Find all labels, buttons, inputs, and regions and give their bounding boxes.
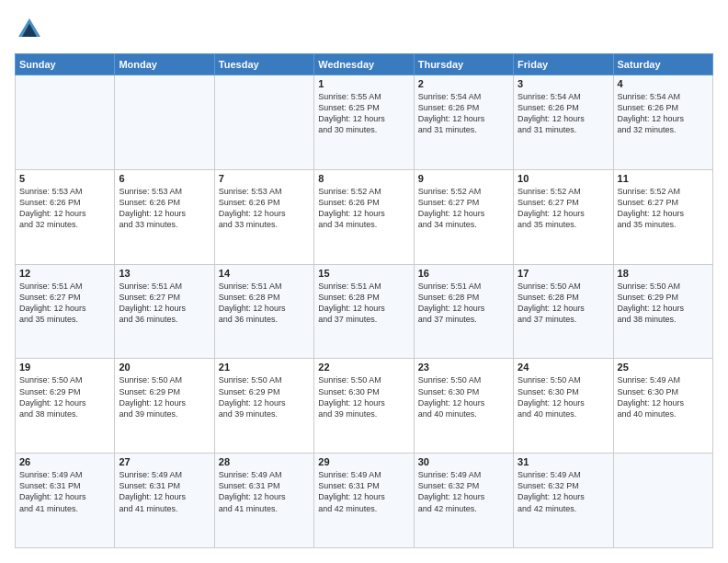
week-row-1: 5Sunrise: 5:53 AM Sunset: 6:26 PM Daylig… bbox=[16, 169, 713, 264]
calendar-cell: 25Sunrise: 5:49 AM Sunset: 6:30 PM Dayli… bbox=[613, 359, 712, 454]
calendar-cell bbox=[214, 75, 313, 170]
day-info: Sunrise: 5:50 AM Sunset: 6:29 PM Dayligh… bbox=[618, 281, 709, 326]
day-number: 25 bbox=[618, 362, 709, 373]
day-number: 28 bbox=[219, 456, 310, 467]
calendar-cell: 4Sunrise: 5:54 AM Sunset: 6:26 PM Daylig… bbox=[613, 75, 712, 170]
day-info: Sunrise: 5:53 AM Sunset: 6:26 PM Dayligh… bbox=[219, 186, 310, 231]
week-row-2: 12Sunrise: 5:51 AM Sunset: 6:27 PM Dayli… bbox=[16, 264, 713, 359]
day-info: Sunrise: 5:50 AM Sunset: 6:30 PM Dayligh… bbox=[418, 374, 509, 419]
day-info: Sunrise: 5:55 AM Sunset: 6:25 PM Dayligh… bbox=[318, 91, 409, 136]
day-info: Sunrise: 5:53 AM Sunset: 6:26 PM Dayligh… bbox=[119, 186, 210, 231]
day-number: 19 bbox=[19, 362, 110, 373]
day-info: Sunrise: 5:49 AM Sunset: 6:32 PM Dayligh… bbox=[418, 469, 509, 514]
day-number: 23 bbox=[418, 362, 509, 373]
day-info: Sunrise: 5:50 AM Sunset: 6:29 PM Dayligh… bbox=[119, 374, 210, 419]
calendar-cell: 29Sunrise: 5:49 AM Sunset: 6:31 PM Dayli… bbox=[314, 454, 414, 548]
calendar-cell: 12Sunrise: 5:51 AM Sunset: 6:27 PM Dayli… bbox=[16, 264, 115, 359]
day-number: 31 bbox=[518, 456, 609, 467]
calendar-cell: 3Sunrise: 5:54 AM Sunset: 6:26 PM Daylig… bbox=[514, 75, 613, 170]
day-number: 27 bbox=[119, 456, 210, 467]
day-number: 10 bbox=[518, 173, 609, 184]
day-number: 17 bbox=[518, 268, 609, 279]
day-number: 14 bbox=[219, 268, 310, 279]
calendar-cell: 9Sunrise: 5:52 AM Sunset: 6:27 PM Daylig… bbox=[414, 169, 513, 264]
day-number: 26 bbox=[19, 456, 110, 467]
weekday-tuesday: Tuesday bbox=[214, 54, 313, 75]
calendar-cell: 18Sunrise: 5:50 AM Sunset: 6:29 PM Dayli… bbox=[613, 264, 712, 359]
day-info: Sunrise: 5:52 AM Sunset: 6:26 PM Dayligh… bbox=[318, 186, 409, 231]
day-info: Sunrise: 5:50 AM Sunset: 6:30 PM Dayligh… bbox=[318, 374, 409, 419]
day-info: Sunrise: 5:49 AM Sunset: 6:31 PM Dayligh… bbox=[19, 469, 110, 514]
calendar-table: SundayMondayTuesdayWednesdayThursdayFrid… bbox=[15, 53, 713, 548]
calendar-cell: 6Sunrise: 5:53 AM Sunset: 6:26 PM Daylig… bbox=[115, 169, 214, 264]
day-number: 4 bbox=[618, 78, 709, 89]
day-number: 20 bbox=[119, 362, 210, 373]
day-number: 12 bbox=[19, 268, 110, 279]
calendar-cell: 5Sunrise: 5:53 AM Sunset: 6:26 PM Daylig… bbox=[16, 169, 115, 264]
week-row-0: 1Sunrise: 5:55 AM Sunset: 6:25 PM Daylig… bbox=[16, 75, 713, 170]
day-number: 8 bbox=[318, 173, 409, 184]
day-number: 30 bbox=[418, 456, 509, 467]
calendar-cell: 26Sunrise: 5:49 AM Sunset: 6:31 PM Dayli… bbox=[16, 454, 115, 548]
calendar-cell: 16Sunrise: 5:51 AM Sunset: 6:28 PM Dayli… bbox=[414, 264, 513, 359]
week-row-4: 26Sunrise: 5:49 AM Sunset: 6:31 PM Dayli… bbox=[16, 454, 713, 548]
day-number: 3 bbox=[518, 78, 609, 89]
day-number: 7 bbox=[219, 173, 310, 184]
page: SundayMondayTuesdayWednesdayThursdayFrid… bbox=[0, 0, 728, 563]
calendar-cell: 17Sunrise: 5:50 AM Sunset: 6:28 PM Dayli… bbox=[514, 264, 613, 359]
day-info: Sunrise: 5:49 AM Sunset: 6:32 PM Dayligh… bbox=[518, 469, 609, 514]
day-info: Sunrise: 5:52 AM Sunset: 6:27 PM Dayligh… bbox=[418, 186, 509, 231]
calendar-cell: 8Sunrise: 5:52 AM Sunset: 6:26 PM Daylig… bbox=[314, 169, 414, 264]
day-number: 11 bbox=[618, 173, 709, 184]
day-info: Sunrise: 5:50 AM Sunset: 6:30 PM Dayligh… bbox=[518, 374, 609, 419]
day-info: Sunrise: 5:49 AM Sunset: 6:31 PM Dayligh… bbox=[219, 469, 310, 514]
calendar-cell: 19Sunrise: 5:50 AM Sunset: 6:29 PM Dayli… bbox=[16, 359, 115, 454]
day-number: 15 bbox=[318, 268, 409, 279]
calendar-cell bbox=[115, 75, 214, 170]
day-number: 18 bbox=[618, 268, 709, 279]
calendar-cell bbox=[613, 454, 712, 548]
calendar-cell: 24Sunrise: 5:50 AM Sunset: 6:30 PM Dayli… bbox=[514, 359, 613, 454]
logo-icon bbox=[15, 15, 44, 44]
day-number: 22 bbox=[318, 362, 409, 373]
calendar-cell: 20Sunrise: 5:50 AM Sunset: 6:29 PM Dayli… bbox=[115, 359, 214, 454]
day-number: 24 bbox=[518, 362, 609, 373]
day-info: Sunrise: 5:51 AM Sunset: 6:28 PM Dayligh… bbox=[219, 281, 310, 326]
weekday-friday: Friday bbox=[514, 54, 613, 75]
day-info: Sunrise: 5:49 AM Sunset: 6:31 PM Dayligh… bbox=[318, 469, 409, 514]
calendar-cell: 7Sunrise: 5:53 AM Sunset: 6:26 PM Daylig… bbox=[214, 169, 313, 264]
day-info: Sunrise: 5:52 AM Sunset: 6:27 PM Dayligh… bbox=[518, 186, 609, 231]
calendar-cell: 27Sunrise: 5:49 AM Sunset: 6:31 PM Dayli… bbox=[115, 454, 214, 548]
calendar-cell: 13Sunrise: 5:51 AM Sunset: 6:27 PM Dayli… bbox=[115, 264, 214, 359]
day-info: Sunrise: 5:53 AM Sunset: 6:26 PM Dayligh… bbox=[19, 186, 110, 231]
weekday-saturday: Saturday bbox=[613, 54, 712, 75]
day-number: 6 bbox=[119, 173, 210, 184]
day-number: 1 bbox=[318, 78, 409, 89]
calendar-cell: 10Sunrise: 5:52 AM Sunset: 6:27 PM Dayli… bbox=[514, 169, 613, 264]
calendar-cell: 31Sunrise: 5:49 AM Sunset: 6:32 PM Dayli… bbox=[514, 454, 613, 548]
calendar-cell bbox=[16, 75, 115, 170]
day-number: 13 bbox=[119, 268, 210, 279]
calendar-cell: 2Sunrise: 5:54 AM Sunset: 6:26 PM Daylig… bbox=[414, 75, 513, 170]
day-number: 21 bbox=[219, 362, 310, 373]
calendar-cell: 22Sunrise: 5:50 AM Sunset: 6:30 PM Dayli… bbox=[314, 359, 414, 454]
weekday-monday: Monday bbox=[115, 54, 214, 75]
day-info: Sunrise: 5:50 AM Sunset: 6:28 PM Dayligh… bbox=[518, 281, 609, 326]
calendar-cell: 23Sunrise: 5:50 AM Sunset: 6:30 PM Dayli… bbox=[414, 359, 513, 454]
weekday-thursday: Thursday bbox=[414, 54, 513, 75]
day-info: Sunrise: 5:51 AM Sunset: 6:28 PM Dayligh… bbox=[318, 281, 409, 326]
day-info: Sunrise: 5:54 AM Sunset: 6:26 PM Dayligh… bbox=[618, 91, 709, 136]
day-info: Sunrise: 5:50 AM Sunset: 6:29 PM Dayligh… bbox=[219, 374, 310, 419]
calendar-cell: 15Sunrise: 5:51 AM Sunset: 6:28 PM Dayli… bbox=[314, 264, 414, 359]
calendar-cell: 11Sunrise: 5:52 AM Sunset: 6:27 PM Dayli… bbox=[613, 169, 712, 264]
day-info: Sunrise: 5:54 AM Sunset: 6:26 PM Dayligh… bbox=[418, 91, 509, 136]
day-info: Sunrise: 5:49 AM Sunset: 6:30 PM Dayligh… bbox=[618, 374, 709, 419]
day-number: 5 bbox=[19, 173, 110, 184]
weekday-header-row: SundayMondayTuesdayWednesdayThursdayFrid… bbox=[16, 54, 713, 75]
day-info: Sunrise: 5:54 AM Sunset: 6:26 PM Dayligh… bbox=[518, 91, 609, 136]
week-row-3: 19Sunrise: 5:50 AM Sunset: 6:29 PM Dayli… bbox=[16, 359, 713, 454]
day-info: Sunrise: 5:49 AM Sunset: 6:31 PM Dayligh… bbox=[119, 469, 210, 514]
day-info: Sunrise: 5:50 AM Sunset: 6:29 PM Dayligh… bbox=[19, 374, 110, 419]
calendar-cell: 28Sunrise: 5:49 AM Sunset: 6:31 PM Dayli… bbox=[214, 454, 313, 548]
logo bbox=[15, 15, 48, 44]
